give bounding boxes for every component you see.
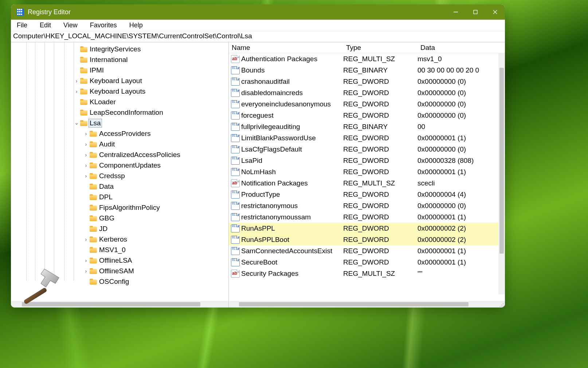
value-row[interactable]: restrictanonymousREG_DWORD0x00000000 (0): [229, 200, 505, 211]
tree-item[interactable]: ›Credssp: [11, 171, 228, 181]
tree-item[interactable]: ›Keyboard Layouts: [11, 86, 228, 97]
tree-item[interactable]: OSConfig: [11, 276, 228, 287]
values-list[interactable]: Authentication PackagesREG_MULTI_SZmsv1_…: [229, 53, 505, 279]
value-name: disabledomaincreds: [240, 89, 343, 97]
value-row[interactable]: SamConnectedAccountsExistREG_DWORD0x0000…: [229, 245, 505, 257]
chevron-right-icon[interactable]: ›: [83, 141, 89, 147]
value-row[interactable]: Security PackagesREG_MULTI_SZ"": [229, 268, 505, 279]
tree-item[interactable]: Data: [11, 181, 228, 192]
close-button[interactable]: [485, 4, 505, 20]
value-row[interactable]: BoundsREG_BINARY00 30 00 00 00 20 0: [229, 64, 505, 76]
tree-item[interactable]: ›Keyboard Layout: [11, 75, 228, 86]
value-row[interactable]: NoLmHashREG_DWORD0x00000001 (1): [229, 166, 505, 177]
value-data: 0x00000004 (4): [418, 191, 505, 199]
tree-item[interactable]: FipsAlgorithmPolicy: [11, 202, 228, 213]
value-name: LsaPid: [240, 157, 343, 165]
value-row[interactable]: Notification PackagesREG_MULTI_SZscecli: [229, 177, 505, 189]
value-row[interactable]: Authentication PackagesREG_MULTI_SZmsv1_…: [229, 53, 505, 64]
column-name[interactable]: Name: [229, 44, 343, 52]
chevron-right-icon[interactable]: ›: [74, 88, 79, 94]
value-name: NoLmHash: [240, 168, 343, 176]
value-row[interactable]: restrictanonymoussamREG_DWORD0x00000001 …: [229, 211, 505, 223]
tree-item-label: Keyboard Layouts: [89, 87, 146, 95]
value-data: 0x00000002 (2): [418, 224, 505, 232]
menu-view[interactable]: View: [61, 20, 80, 30]
menu-file[interactable]: File: [15, 20, 30, 30]
value-row[interactable]: LimitBlankPasswordUseREG_DWORD0x00000001…: [229, 132, 505, 144]
value-row[interactable]: disabledomaincredsREG_DWORD0x00000000 (0…: [229, 87, 505, 98]
value-type: REG_BINARY: [343, 123, 418, 131]
menu-help[interactable]: Help: [127, 20, 145, 30]
binary-value-icon: [231, 100, 240, 108]
value-row[interactable]: ProductTypeREG_DWORD0x00000004 (4): [229, 189, 505, 200]
address-bar[interactable]: Computer\HKEY_LOCAL_MACHINE\SYSTEM\Curre…: [11, 31, 505, 42]
tree-item[interactable]: LeapSecondInformation: [11, 107, 228, 118]
folder-icon: [90, 184, 97, 189]
chevron-right-icon[interactable]: ›: [83, 173, 89, 179]
folder-icon: [90, 247, 97, 253]
chevron-right-icon[interactable]: ›: [83, 268, 89, 274]
tree-item-label: OfflineLSA: [98, 257, 133, 265]
value-name: forceguest: [240, 111, 343, 120]
chevron-right-icon[interactable]: ›: [83, 162, 89, 168]
value-name: restrictanonymous: [240, 202, 343, 210]
tree-item[interactable]: ›AccessProviders: [11, 128, 228, 139]
tree-item[interactable]: MSV1_0: [11, 244, 228, 255]
value-row[interactable]: SecureBootREG_DWORD0x00000001 (1): [229, 257, 505, 268]
tree-horizontal-scrollbar[interactable]: [11, 301, 228, 308]
value-row[interactable]: LsaPidREG_DWORD0x00000328 (808): [229, 155, 505, 166]
chevron-right-icon[interactable]: ›: [83, 257, 89, 263]
values-horizontal-scrollbar[interactable]: [229, 301, 505, 308]
value-type: REG_BINARY: [343, 66, 418, 74]
tree-item[interactable]: GBG: [11, 213, 228, 223]
menu-edit[interactable]: Edit: [38, 20, 53, 30]
resize-grip-icon[interactable]: [498, 302, 503, 307]
value-name: LsaCfgFlagsDefault: [240, 145, 343, 153]
tree-item[interactable]: ›OfflineSAM: [11, 266, 228, 276]
value-type: REG_DWORD: [343, 89, 418, 97]
tree-item[interactable]: KLoader: [11, 97, 228, 107]
value-row[interactable]: RunAsPPLREG_DWORD0x00000002 (2): [229, 223, 505, 234]
value-name: crashonauditfail: [240, 78, 343, 86]
value-row[interactable]: fullprivilegeauditingREG_BINARY00: [229, 121, 505, 132]
tree-item[interactable]: JD: [11, 223, 228, 234]
value-row[interactable]: RunAsPPLBootREG_DWORD0x00000002 (2): [229, 234, 505, 245]
tree-item[interactable]: IntegrityServices: [11, 44, 228, 54]
folder-icon: [90, 205, 97, 211]
value-row[interactable]: forceguestREG_DWORD0x00000000 (0): [229, 110, 505, 121]
chevron-down-icon[interactable]: ⌄: [74, 120, 79, 126]
titlebar[interactable]: Registry Editor: [11, 4, 505, 20]
value-row[interactable]: crashonauditfailREG_DWORD0x00000000 (0): [229, 76, 505, 87]
tree-item[interactable]: ›ComponentUpdates: [11, 160, 228, 171]
tree-item[interactable]: ›CentralizedAccessPolicies: [11, 149, 228, 160]
values-vertical-scrollbar[interactable]: [498, 53, 505, 294]
column-data[interactable]: Data: [418, 44, 505, 52]
value-type: REG_DWORD: [343, 145, 418, 153]
menubar: File Edit View Favorites Help: [11, 20, 505, 31]
value-type: REG_DWORD: [343, 224, 418, 232]
chevron-right-icon[interactable]: ›: [83, 236, 89, 242]
value-data: 0x00000000 (0): [418, 145, 505, 153]
tree-item[interactable]: ›Audit: [11, 139, 228, 149]
tree-item-label: MSV1_0: [98, 246, 126, 254]
chevron-right-icon[interactable]: ›: [83, 130, 89, 137]
tree-item[interactable]: ⌄Lsa: [11, 118, 228, 128]
tree-item[interactable]: DPL: [11, 192, 228, 202]
maximize-button[interactable]: [466, 4, 485, 20]
tree-item[interactable]: International: [11, 54, 228, 65]
minimize-button[interactable]: [446, 4, 466, 20]
tree-item[interactable]: ›Kerberos: [11, 234, 228, 244]
value-row[interactable]: LsaCfgFlagsDefaultREG_DWORD0x00000000 (0…: [229, 144, 505, 155]
chevron-right-icon[interactable]: ›: [74, 78, 79, 84]
folder-icon: [90, 226, 97, 232]
menu-favorites[interactable]: Favorites: [88, 20, 119, 30]
value-row[interactable]: everyoneincludesanonymousREG_DWORD0x0000…: [229, 98, 505, 110]
tree-item[interactable]: IPMI: [11, 65, 228, 75]
registry-tree[interactable]: IntegrityServicesInternationalIPMI›Keybo…: [11, 42, 228, 287]
tree-item-label: ComponentUpdates: [98, 161, 161, 169]
string-value-icon: [231, 55, 240, 63]
column-type[interactable]: Type: [343, 44, 418, 52]
values-header[interactable]: Name Type Data: [229, 42, 505, 53]
tree-item[interactable]: ›OfflineLSA: [11, 255, 228, 266]
chevron-right-icon[interactable]: ›: [83, 152, 89, 158]
